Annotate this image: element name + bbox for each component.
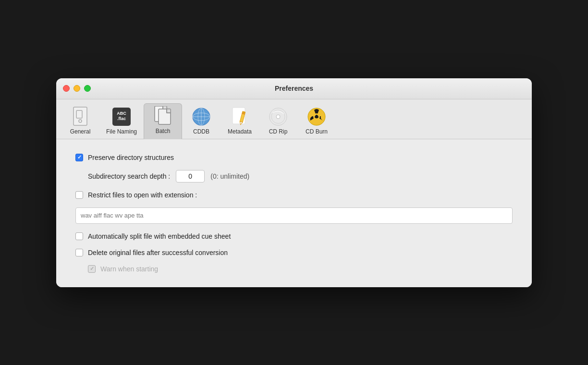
preserve-label: Preserve directory structures — [88, 154, 174, 161]
preserve-row: Preserve directory structures — [75, 154, 513, 161]
tab-cd-rip-label: CD Rip — [269, 128, 288, 135]
split-checkbox[interactable] — [75, 232, 83, 240]
delete-checkbox[interactable] — [75, 249, 83, 256]
general-icon — [71, 107, 90, 126]
tab-cddb[interactable]: CDDB — [182, 103, 220, 139]
split-label: Automatically split file with embedded c… — [88, 232, 231, 240]
cddb-icon — [192, 107, 211, 126]
tab-cd-burn-label: CD Burn — [306, 128, 328, 135]
restrict-label: Restrict files to open with extension : — [88, 191, 197, 199]
tab-file-naming[interactable]: ABC .flac File Naming — [99, 103, 144, 139]
cd-burn-icon — [307, 107, 326, 126]
tab-batch-label: Batch — [156, 128, 171, 134]
window-title: Preferences — [275, 85, 313, 92]
delete-label: Delete original files after successful c… — [88, 249, 228, 256]
depth-row: Subdirectory search depth : (0: unlimite… — [75, 170, 513, 182]
close-button[interactable] — [63, 85, 70, 92]
warn-checkbox[interactable] — [88, 265, 96, 273]
tab-file-naming-label: File Naming — [106, 128, 137, 135]
extension-row — [75, 207, 513, 224]
tab-metadata-label: Metadata — [228, 128, 252, 135]
tab-batch[interactable]: Batch — [144, 103, 182, 139]
metadata-icon — [230, 107, 249, 126]
form-section: Preserve directory structures Subdirecto… — [75, 154, 513, 273]
minimize-button[interactable] — [74, 85, 80, 92]
depth-hint: (0: unlimited) — [210, 172, 249, 180]
preserve-checkbox[interactable] — [75, 154, 83, 161]
restrict-row: Restrict files to open with extension : — [75, 191, 513, 199]
maximize-button[interactable] — [84, 85, 91, 92]
tab-cd-burn[interactable]: CD Burn — [297, 103, 336, 139]
traffic-lights — [63, 85, 91, 92]
tab-cddb-label: CDDB — [193, 128, 209, 135]
preferences-window: Preferences General ABC .flac File — [56, 78, 532, 287]
batch-icon — [153, 107, 172, 126]
depth-label: Subdirectory search depth : — [88, 172, 170, 180]
delete-row: Delete original files after successful c… — [75, 249, 513, 256]
tab-metadata[interactable]: Metadata — [220, 103, 259, 139]
restrict-checkbox[interactable] — [75, 191, 83, 199]
cd-rip-icon — [269, 107, 288, 126]
tab-general-label: General — [70, 128, 91, 135]
warn-row: Warn when starting — [75, 265, 513, 273]
toolbar: General ABC .flac File Naming — [56, 99, 532, 139]
extension-input[interactable] — [75, 207, 513, 224]
svg-point-19 — [276, 115, 280, 119]
svg-marker-6 — [167, 109, 171, 113]
tab-cd-rip[interactable]: CD Rip — [259, 103, 297, 139]
split-row: Automatically split file with embedded c… — [75, 232, 513, 240]
title-bar: Preferences — [56, 78, 532, 99]
tab-general[interactable]: General — [61, 103, 99, 139]
content-area: Preserve directory structures Subdirecto… — [56, 139, 532, 287]
warn-label: Warn when starting — [100, 265, 158, 273]
depth-input[interactable] — [176, 170, 205, 182]
file-naming-icon: ABC .flac — [112, 107, 131, 126]
